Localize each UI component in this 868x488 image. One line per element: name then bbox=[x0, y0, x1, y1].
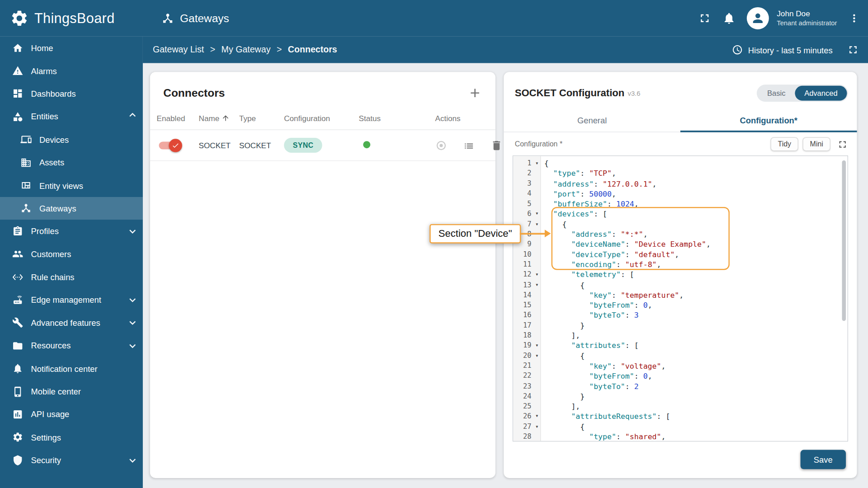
notifications-bell-icon[interactable] bbox=[722, 12, 736, 25]
fold-icon[interactable]: ▾ bbox=[535, 209, 538, 219]
sidebar-item-settings[interactable]: Settings bbox=[0, 426, 143, 449]
tidy-button[interactable]: Tidy bbox=[771, 137, 798, 151]
connector-type: SOCKET bbox=[239, 141, 284, 150]
sidebar-item-devices[interactable]: Devices bbox=[0, 128, 143, 151]
editor-scrollbar[interactable] bbox=[842, 160, 846, 321]
fold-icon[interactable]: ▾ bbox=[535, 411, 538, 421]
sidebar-item-advanced-features[interactable]: Advanced features bbox=[0, 311, 143, 334]
editor-code[interactable]: { "type": "TCP", "address": "127.0.0.1",… bbox=[541, 156, 847, 441]
fullscreen-icon[interactable] bbox=[698, 12, 711, 25]
code-line: "deviceName": "Device Example", bbox=[544, 239, 848, 249]
fold-icon[interactable]: ▾ bbox=[535, 351, 538, 361]
code-line: "byteTo": 3 bbox=[544, 310, 848, 320]
column-header-type[interactable]: Type bbox=[239, 114, 284, 123]
mini-button[interactable]: Mini bbox=[803, 137, 830, 151]
column-header-status[interactable]: Status bbox=[359, 114, 435, 123]
app-root: ThingsBoard Gateways John Doe Tenant adm… bbox=[0, 0, 868, 488]
security-icon bbox=[12, 455, 23, 465]
tab-configuration[interactable]: Configuration* bbox=[680, 109, 857, 131]
chevron-down-icon bbox=[129, 456, 136, 463]
line-number: 5 bbox=[513, 199, 540, 209]
sidebar-item-resources[interactable]: Resources bbox=[0, 334, 143, 357]
sidebar-item-label: Security bbox=[31, 455, 61, 465]
code-line: { bbox=[544, 158, 848, 168]
line-number: 2 bbox=[513, 169, 540, 178]
save-button[interactable]: Save bbox=[800, 450, 846, 469]
fold-icon[interactable]: ▾ bbox=[535, 158, 538, 168]
sync-chip: SYNC bbox=[284, 138, 322, 153]
sidebar-item-home[interactable]: Home bbox=[0, 37, 143, 60]
customers-icon bbox=[12, 249, 23, 259]
sidebar-item-security[interactable]: Security bbox=[0, 449, 143, 472]
line-number: 17 bbox=[513, 320, 540, 330]
advanced-mode-button[interactable]: Advanced bbox=[795, 86, 847, 101]
code-line: "port": 50000, bbox=[544, 188, 848, 198]
connector-enabled-toggle[interactable] bbox=[159, 140, 180, 150]
editor-fullscreen-icon[interactable] bbox=[837, 139, 848, 150]
annotation-arrow bbox=[545, 230, 551, 237]
column-header-name[interactable]: Name bbox=[199, 114, 239, 123]
connectors-title: Connectors bbox=[163, 87, 225, 99]
breadcrumb-item-gateway-list[interactable]: Gateway List bbox=[153, 45, 204, 55]
column-header-actions[interactable]: Actions bbox=[435, 114, 482, 123]
code-line: "bufferSize": 1024, bbox=[544, 199, 848, 209]
sidebar-item-assets[interactable]: Assets bbox=[0, 151, 143, 174]
fold-icon[interactable]: ▾ bbox=[535, 280, 538, 290]
line-number: 27▾ bbox=[513, 422, 540, 432]
line-number: 22 bbox=[513, 371, 540, 381]
sidebar-item-profiles[interactable]: Profiles bbox=[0, 220, 143, 243]
user-name: John Doe bbox=[777, 9, 837, 19]
sidebar-item-label: Dashboards bbox=[31, 89, 76, 99]
sidebar-item-alarms[interactable]: Alarms bbox=[0, 59, 143, 82]
column-header-enabled[interactable]: Enabled bbox=[157, 114, 199, 123]
config-panel: SOCKET Configuration v3.6 Basic Advanced… bbox=[504, 72, 857, 478]
user-info[interactable]: John Doe Tenant administrator bbox=[777, 9, 837, 28]
code-line: "type": "TCP", bbox=[544, 169, 848, 178]
connector-row[interactable]: SOCKET SOCKET SYNC bbox=[150, 130, 495, 161]
sidebar-item-customers[interactable]: Customers bbox=[0, 243, 143, 266]
device-section-annotation: Section "Device" bbox=[429, 224, 521, 244]
json-editor[interactable]: 1▾23456▾7▾89101112▾13▾141516171819▾20▾21… bbox=[513, 155, 848, 441]
column-label: Configuration bbox=[284, 114, 330, 123]
code-line: "key": "voltage", bbox=[544, 361, 848, 371]
sidebar-item-edge-management[interactable]: Edge management bbox=[0, 288, 143, 311]
chevron-down-icon bbox=[129, 296, 136, 302]
fold-icon[interactable]: ▾ bbox=[535, 270, 538, 280]
sidebar-item-label: Profiles bbox=[31, 226, 59, 236]
save-row: Save bbox=[504, 441, 857, 478]
sidebar-item-label: API usage bbox=[31, 410, 70, 419]
history-button[interactable]: History - last 5 minutes bbox=[732, 44, 832, 55]
sidebar-item-dashboards[interactable]: Dashboards bbox=[0, 82, 143, 105]
sidebar-item-gateways[interactable]: Gateways bbox=[0, 197, 143, 220]
sidebar-item-entity-views[interactable]: Entity views bbox=[0, 174, 143, 197]
code-line: "address": "*:*", bbox=[544, 229, 848, 239]
brand[interactable]: ThingsBoard bbox=[0, 9, 143, 28]
line-number: 20▾ bbox=[513, 351, 540, 361]
rpc-icon[interactable] bbox=[435, 139, 447, 151]
expand-fullscreen-icon[interactable] bbox=[847, 44, 859, 56]
fold-icon[interactable]: ▾ bbox=[535, 340, 538, 350]
fold-icon[interactable]: ▾ bbox=[535, 219, 538, 229]
sidebar-item-rule-chains[interactable]: Rule chains bbox=[0, 266, 143, 289]
line-number: 25 bbox=[513, 401, 540, 411]
sidebar-item-mobile-center[interactable]: Mobile center bbox=[0, 380, 143, 403]
tab-general[interactable]: General bbox=[504, 109, 680, 131]
column-header-configuration[interactable]: Configuration bbox=[284, 114, 359, 123]
avatar[interactable] bbox=[747, 7, 769, 29]
sidebar-item-label: Notification center bbox=[31, 364, 98, 373]
chevron-down-icon bbox=[129, 342, 136, 348]
column-label: Status bbox=[359, 114, 381, 123]
sidebar-item-api-usage[interactable]: API usage bbox=[0, 403, 143, 426]
delete-icon[interactable] bbox=[491, 139, 503, 151]
kebab-menu-icon[interactable] bbox=[848, 12, 860, 25]
line-number: 28 bbox=[513, 432, 540, 441]
fold-icon[interactable]: ▾ bbox=[535, 422, 538, 432]
breadcrumb-item-my-gateway[interactable]: My Gateway bbox=[222, 45, 271, 55]
config-header: SOCKET Configuration v3.6 Basic Advanced bbox=[504, 72, 857, 109]
sidebar-item-notification-center[interactable]: Notification center bbox=[0, 357, 143, 380]
basic-mode-button[interactable]: Basic bbox=[758, 86, 795, 101]
add-connector-button[interactable] bbox=[468, 86, 482, 100]
line-number: 24 bbox=[513, 391, 540, 401]
sidebar-item-entities[interactable]: Entities bbox=[0, 105, 143, 128]
logs-list-icon[interactable] bbox=[463, 139, 475, 151]
